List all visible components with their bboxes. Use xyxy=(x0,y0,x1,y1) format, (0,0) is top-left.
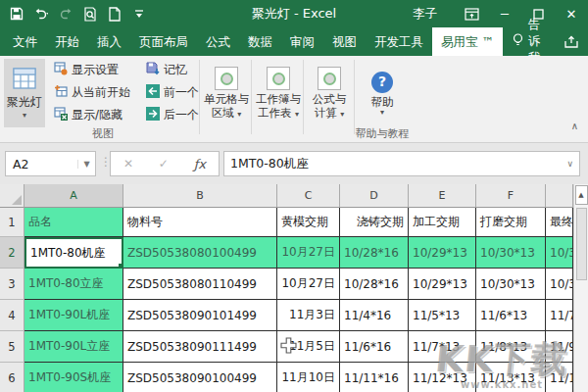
cell[interactable]: 11/8*13 xyxy=(476,331,546,363)
user-name[interactable]: 李子 xyxy=(413,6,437,23)
column-header-clipped[interactable] xyxy=(546,184,573,208)
cell[interactable]: 10月27日 xyxy=(277,237,340,269)
tab-data[interactable]: 数据 xyxy=(239,27,281,56)
cell[interactable]: ZSD50538090100499 xyxy=(123,363,277,392)
tab-review[interactable]: 审阅 xyxy=(281,27,323,56)
cell[interactable]: 11/5*13 xyxy=(409,300,476,331)
cell[interactable]: 11/7 xyxy=(546,300,573,331)
insert-function-icon[interactable]: ƒx xyxy=(194,157,206,172)
cell[interactable]: 品名 xyxy=(24,208,123,237)
cell[interactable]: 最终 xyxy=(546,208,573,237)
column-header-C[interactable]: C xyxy=(277,184,340,208)
cell[interactable]: 1MT0-90L立座 xyxy=(24,331,123,363)
cell[interactable]: 11/4*16 xyxy=(340,300,409,331)
tab-formulas[interactable]: 公式 xyxy=(197,27,239,56)
tab-developer[interactable]: 开发工具 xyxy=(366,27,432,56)
save-icon[interactable] xyxy=(9,6,24,22)
name-box-dropdown-icon[interactable]: ▼ xyxy=(77,160,95,169)
formulas-calc-dropdown[interactable]: 公式与 计算 ▾ xyxy=(306,59,353,127)
cell[interactable]: 11/6*16 xyxy=(340,331,409,363)
start-from-current-button[interactable]: 从当前开始 xyxy=(51,82,133,102)
spotlight-toggle-button[interactable]: 聚光灯 ▾ xyxy=(4,59,45,127)
help-button[interactable]: ? 帮助 ▾ xyxy=(359,59,406,127)
cell[interactable]: ZSD50538090111499 xyxy=(123,331,277,363)
active-cell-A2[interactable]: 1MT0-80机座 xyxy=(24,237,123,269)
name-box[interactable]: A2 ▼ xyxy=(5,151,96,176)
column-header-E[interactable]: E xyxy=(409,184,476,208)
cell[interactable]: 10/28*16 xyxy=(340,269,409,300)
formula-input[interactable]: 1MT0-80机座 ∨ xyxy=(223,151,580,176)
next-button[interactable]: 后一个 xyxy=(143,105,202,124)
share-icon[interactable] xyxy=(550,27,588,56)
cell[interactable]: 浇铸交期 xyxy=(340,208,409,237)
tell-me-box[interactable]: 告诉我 xyxy=(503,27,551,56)
tab-file[interactable]: 文件 xyxy=(4,27,46,56)
cell[interactable]: 10/28*16 xyxy=(340,237,409,269)
cell[interactable]: 10/30*13 xyxy=(476,269,546,300)
row-header-6[interactable]: 6 xyxy=(0,363,24,392)
cell[interactable]: 11/6*13 xyxy=(476,300,546,331)
scrollbar-thumb[interactable] xyxy=(576,208,587,280)
undo-icon[interactable] xyxy=(33,6,49,22)
cells-ranges-dropdown[interactable]: 单元格与 区域 ▾ xyxy=(203,59,250,127)
customize-toolbar-icon[interactable] xyxy=(131,6,147,22)
cell[interactable]: 10月27日 xyxy=(277,269,340,300)
scroll-up-arrow-icon[interactable]: ▲ xyxy=(575,185,588,205)
cell[interactable]: ZSD50538080110499 xyxy=(123,269,277,300)
cancel-entry-icon[interactable]: ✕ xyxy=(123,157,133,171)
collapse-ribbon-icon[interactable]: ∧ xyxy=(571,121,578,131)
select-all-corner[interactable] xyxy=(0,184,24,208)
cell[interactable]: 10/29*13 xyxy=(409,269,476,300)
cell[interactable]: 打磨交期 xyxy=(476,208,546,237)
new-file-icon[interactable] xyxy=(107,6,122,22)
cell[interactable]: 11/9 xyxy=(546,331,573,363)
cell[interactable]: 10/3 xyxy=(546,237,573,269)
cell[interactable]: 11/7*13 xyxy=(409,331,476,363)
cell[interactable]: 10/29*13 xyxy=(409,237,476,269)
close-button[interactable]: ✕ xyxy=(555,0,588,27)
cell[interactable]: ZSD50538090101499 xyxy=(123,300,277,331)
vertical-scrollbar[interactable]: ▲ xyxy=(573,184,588,392)
cell[interactable]: 11/1 xyxy=(546,363,573,392)
redo-icon[interactable] xyxy=(58,6,74,22)
cell[interactable]: ZSD50538080100499 xyxy=(123,237,277,269)
cell[interactable]: 11/12*13 xyxy=(409,363,476,392)
row-header-4[interactable]: 4 xyxy=(0,300,24,331)
tab-page-layout[interactable]: 页面布局 xyxy=(130,27,197,56)
cell[interactable]: 加工交期 xyxy=(409,208,476,237)
confirm-entry-icon[interactable]: ✓ xyxy=(159,157,169,171)
show-hide-button[interactable]: 显示/隐藏 xyxy=(51,105,133,124)
tab-yiyongbao-active[interactable]: 易用宝 ™ xyxy=(432,27,503,56)
tab-insert[interactable]: 插入 xyxy=(88,27,130,56)
cell[interactable]: 11/11*16 xyxy=(340,363,409,392)
tab-home[interactable]: 开始 xyxy=(46,27,88,56)
cell[interactable]: 1MT0-90S机座 xyxy=(24,363,123,392)
cell[interactable]: 10/3 xyxy=(546,269,573,300)
display-settings-button[interactable]: 显示设置 xyxy=(51,60,133,79)
column-header-B[interactable]: B xyxy=(123,184,277,208)
tab-view[interactable]: 视图 xyxy=(323,27,366,56)
memory-button[interactable]: 记忆 xyxy=(143,60,202,79)
column-header-F[interactable]: F xyxy=(476,184,546,208)
cell[interactable]: 黄模交期 xyxy=(277,208,340,237)
minimize-button[interactable]: ─ xyxy=(488,0,521,27)
cell[interactable]: 1MT0-80立座 xyxy=(24,269,123,300)
cell[interactable]: 10/30*13 xyxy=(476,237,546,269)
expand-formula-bar-icon[interactable]: ∨ xyxy=(566,159,579,169)
print-preview-icon[interactable] xyxy=(82,6,98,22)
cell[interactable]: 1MT0-90L机座 xyxy=(24,300,123,331)
row-header-3[interactable]: 3 xyxy=(0,269,24,300)
ribbon-display-options-icon[interactable] xyxy=(455,0,488,27)
cell[interactable]: 11月10日 xyxy=(277,363,340,392)
row-header-1[interactable]: 1 xyxy=(0,208,24,237)
start-from-current-icon xyxy=(54,84,68,101)
row-header-2[interactable]: 2 xyxy=(0,237,24,269)
cell[interactable]: 11/13*13 xyxy=(476,363,546,392)
column-header-A[interactable]: A xyxy=(24,184,123,208)
previous-button[interactable]: 前一个 xyxy=(143,82,202,102)
cell[interactable]: 物料号 xyxy=(123,208,277,237)
workbook-worksheet-dropdown[interactable]: 工作簿与 工作表 ▾ xyxy=(255,59,302,127)
cell[interactable]: 11月3日 xyxy=(277,300,340,331)
row-header-5[interactable]: 5 xyxy=(0,331,24,363)
column-header-D[interactable]: D xyxy=(340,184,409,208)
